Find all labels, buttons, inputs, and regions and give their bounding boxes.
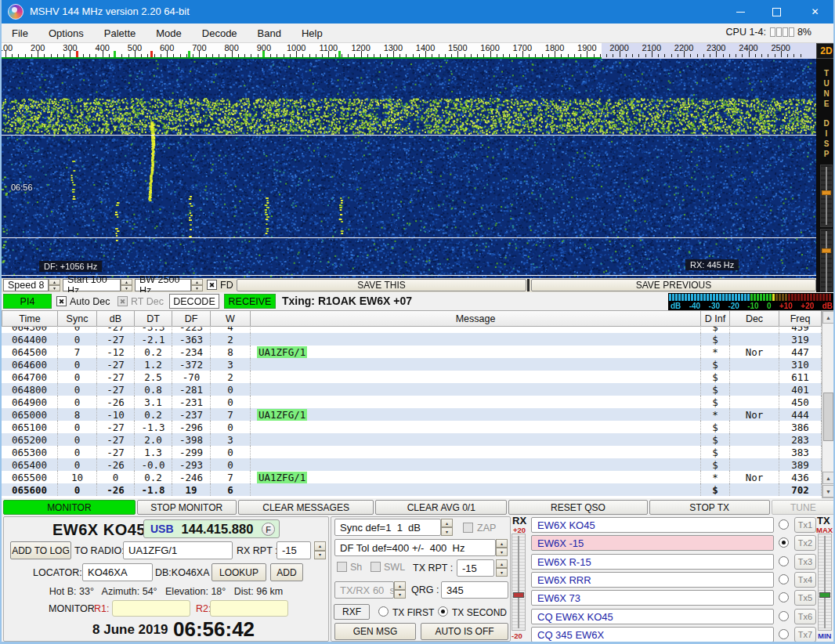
waterfall-gain-slider[interactable] xyxy=(820,165,833,227)
maximize-icon[interactable] xyxy=(759,0,793,24)
add-to-log-button[interactable]: ADD TO LOG xyxy=(10,541,71,559)
f-button[interactable]: F xyxy=(262,523,275,536)
mode-indicator[interactable]: PI4 xyxy=(3,294,52,309)
rx-level-slider[interactable] xyxy=(511,534,526,631)
menu-item-options[interactable]: Options xyxy=(38,27,94,39)
tx-message-input-5[interactable]: EW6X 73 xyxy=(531,590,774,606)
column-header-sync[interactable]: Sync xyxy=(58,310,97,327)
2d-toggle-button[interactable]: 2D xyxy=(816,43,835,59)
qrg-input[interactable]: 345 xyxy=(441,581,508,599)
receive-indicator[interactable]: RECEIVE xyxy=(224,294,276,309)
auto-dec-checkbox[interactable] xyxy=(56,296,67,306)
gain-slider-handle[interactable] xyxy=(822,190,831,195)
tx-message-input-3[interactable]: EW6X R-15 xyxy=(531,554,774,570)
table-header[interactable]: TimeSyncdBDTDFWMessageD InfDecFreq xyxy=(2,310,822,327)
tx6-button[interactable]: Tx6 xyxy=(794,609,816,624)
tx5-button[interactable]: Tx5 xyxy=(794,590,816,606)
table-row[interactable]: 0654000-26-0.0-2930$389 xyxy=(2,458,822,471)
table-row[interactable]: 0647000-272.5-702$611 xyxy=(2,371,822,383)
menu-item-file[interactable]: File xyxy=(2,27,38,39)
menu-item-mode[interactable]: Mode xyxy=(146,27,192,39)
menu-item-help[interactable]: Help xyxy=(291,27,333,39)
minimize-icon[interactable] xyxy=(723,0,757,24)
tx4-button[interactable]: Tx4 xyxy=(794,572,816,588)
clear-messages-button[interactable]: CLEAR MESSAGES xyxy=(238,500,374,515)
tx-select-radio-4[interactable] xyxy=(779,574,789,584)
scrollbar-thumb[interactable] xyxy=(823,393,833,441)
column-header-dt[interactable]: DT xyxy=(135,310,172,327)
start-freq-field[interactable]: Start 100 Hz xyxy=(63,279,121,291)
df-tolerance-input[interactable]: DF Tol def=400 +/- 400 Hz xyxy=(334,539,496,556)
sync-stepper[interactable] xyxy=(441,519,453,536)
table-row[interactable]: 0653000-271.3-2990$383 xyxy=(2,446,822,458)
scroll-down-icon[interactable]: ▼ xyxy=(822,485,834,497)
waterfall-display[interactable]: 06:5606:55 DF: +1056 Hz RX: 445 Hz xyxy=(2,59,816,278)
tx2-button[interactable]: Tx2 xyxy=(794,535,816,551)
tx-message-input-6[interactable]: CQ EW6X KO45 xyxy=(531,609,774,624)
column-header-db[interactable]: dB xyxy=(97,310,135,327)
tx-select-radio-5[interactable] xyxy=(779,592,789,602)
tx-second-radio[interactable] xyxy=(438,606,448,617)
speed-field[interactable]: Speed 8 xyxy=(3,279,49,291)
title-bar[interactable]: MSHV 144 MHz version 2.20 64-bit xyxy=(2,0,833,24)
column-header-df[interactable]: DF xyxy=(172,310,211,327)
bandwidth-stepper[interactable] xyxy=(191,279,203,291)
frequency-ruler[interactable]: 1002003004005006007008009001000110012001… xyxy=(2,43,816,59)
tx-slider-handle[interactable] xyxy=(819,592,830,598)
table-row[interactable]: 0650008-100.2-2377UA1ZFG/1*Nor444 xyxy=(2,408,822,421)
add-button[interactable]: ADD xyxy=(270,563,303,581)
tx-message-input-1[interactable]: EW6X KO45 xyxy=(531,517,774,533)
table-row[interactable]: 0645007-120.2-2348UA1ZFG/1*Nor447 xyxy=(2,346,822,358)
tune-button[interactable]: TUNE xyxy=(772,500,835,515)
bandwidth-field[interactable]: BW 2500 Hz xyxy=(135,279,191,291)
tx7-button[interactable]: Tx7 xyxy=(794,627,816,642)
tx-select-radio-7[interactable] xyxy=(779,629,789,639)
column-header-w[interactable]: W xyxy=(211,310,251,327)
clear-avg-0-1-button[interactable]: CLEAR AVG 0/1 xyxy=(375,500,507,515)
swl-checkbox[interactable] xyxy=(371,562,381,572)
scroll-up2-icon[interactable]: ▲ xyxy=(822,472,834,484)
reset-qso-button[interactable]: RESET QSO xyxy=(508,500,648,515)
column-header-message[interactable]: Message xyxy=(251,310,701,327)
sh-checkbox[interactable] xyxy=(337,562,347,572)
lookup-button[interactable]: LOOKUP xyxy=(211,563,266,581)
rxf-button[interactable]: RXF xyxy=(334,604,370,620)
contrast-slider-handle[interactable] xyxy=(822,248,831,253)
column-header-freq[interactable]: Freq xyxy=(779,310,822,327)
tx-select-radio-2[interactable] xyxy=(779,537,789,548)
stop-monitor-button[interactable]: STOP MONITOR xyxy=(137,500,237,515)
save-previous-button[interactable]: SAVE PREVIOUS xyxy=(531,279,816,291)
column-header-time[interactable]: Time xyxy=(2,310,58,327)
rx-rpt-stepper[interactable] xyxy=(314,541,326,559)
fd-checkbox[interactable] xyxy=(207,280,217,290)
tx-select-radio-6[interactable] xyxy=(779,611,789,621)
start-freq-stepper[interactable] xyxy=(121,279,132,291)
scroll-up-icon[interactable]: ▲ xyxy=(822,311,834,324)
locator-input[interactable]: KO46XA xyxy=(82,563,153,581)
table-row[interactable]: 0646000-271.2-3723$310 xyxy=(2,358,822,371)
to-radio-input[interactable]: UA1ZFG/1 xyxy=(123,541,233,559)
column-header-d-inf[interactable]: D Inf xyxy=(701,310,730,327)
table-scrollbar[interactable]: ▲ ▲ ▼ xyxy=(822,310,835,498)
r1-input[interactable] xyxy=(112,600,190,617)
tx-message-input-7[interactable]: CQ 345 EW6X xyxy=(531,627,774,642)
menu-item-decode[interactable]: Decode xyxy=(192,27,248,39)
save-this-button[interactable]: SAVE THIS xyxy=(237,279,526,291)
r2-input[interactable] xyxy=(210,600,288,617)
tx-select-radio-3[interactable] xyxy=(779,556,789,566)
tx1-button[interactable]: Tx1 xyxy=(794,517,816,533)
column-header-dec[interactable]: Dec xyxy=(730,310,779,327)
tx-level-slider[interactable] xyxy=(818,534,832,631)
table-row[interactable]: 0656000-26-1.8196$702 xyxy=(2,483,822,496)
tx-first-radio[interactable] xyxy=(378,606,389,617)
table-row[interactable]: 0652000-272.0-3983$283 xyxy=(2,433,822,446)
df-tol-stepper[interactable] xyxy=(496,539,508,556)
table-row[interactable]: 0643000-27-3.3-2234$459 xyxy=(2,327,822,333)
close-icon[interactable] xyxy=(795,0,835,24)
sync-threshold-input[interactable]: Sync def=1 1 dB xyxy=(334,519,441,536)
monitor-button[interactable]: MONITOR xyxy=(3,500,136,515)
txrx-period-input[interactable]: TX/RX 60 s xyxy=(334,581,394,599)
menu-item-palette[interactable]: Palette xyxy=(94,27,146,39)
tx-rpt-stepper[interactable] xyxy=(496,559,508,577)
decode-button[interactable]: DECODE xyxy=(169,294,219,309)
